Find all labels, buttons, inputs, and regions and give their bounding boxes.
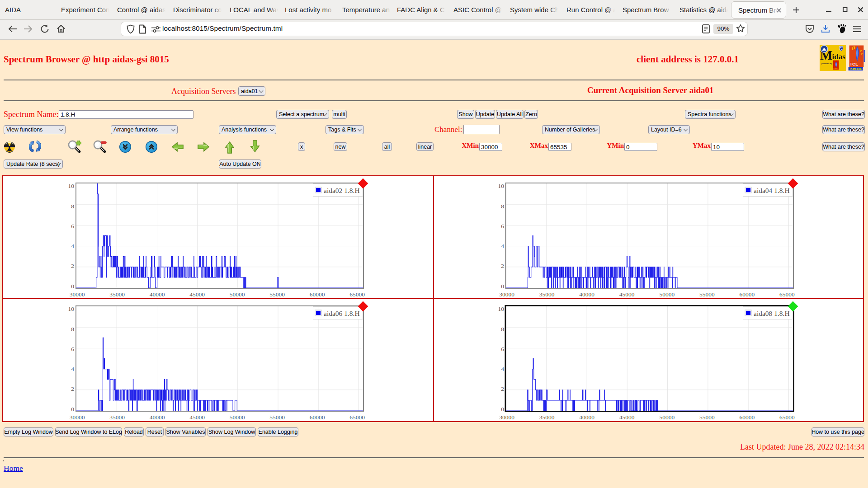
svg-text:60000: 60000 <box>740 291 755 298</box>
svg-text:0: 0 <box>71 283 74 290</box>
svg-text:2: 2 <box>71 385 74 392</box>
svg-text:40000: 40000 <box>579 291 594 298</box>
svg-text:40000: 40000 <box>579 414 594 421</box>
svg-text:6: 6 <box>71 223 74 230</box>
svg-text:65000: 65000 <box>349 291 365 298</box>
svg-text:6: 6 <box>71 346 74 352</box>
svg-text:LOGIC: LOGIC <box>834 68 839 70</box>
svg-text:4: 4 <box>501 243 504 249</box>
svg-text:0: 0 <box>71 406 74 413</box>
svg-text:35000: 35000 <box>109 414 125 421</box>
svg-text:50000: 50000 <box>659 414 675 421</box>
svg-text:60000: 60000 <box>310 291 325 298</box>
svg-text:45000: 45000 <box>619 414 635 421</box>
svg-text:60000: 60000 <box>310 414 325 421</box>
svg-text:TCL: TCL <box>850 61 859 66</box>
svg-text:45000: 45000 <box>619 291 635 298</box>
svg-text:aida02 1.8.H: aida02 1.8.H <box>324 187 360 194</box>
svg-text:0: 0 <box>501 406 504 413</box>
svg-text:aida04 1.8.H: aida04 1.8.H <box>754 187 790 194</box>
svg-text:10: 10 <box>498 305 505 312</box>
svg-text:30000: 30000 <box>70 414 85 421</box>
svg-text:65000: 65000 <box>779 414 795 421</box>
svg-text:2: 2 <box>501 263 504 269</box>
svg-text:50000: 50000 <box>659 291 675 298</box>
svg-text:powered by: powered by <box>821 62 832 65</box>
svg-text:0: 0 <box>501 283 504 290</box>
svg-text:6: 6 <box>501 346 504 352</box>
svg-text:4: 4 <box>501 366 504 372</box>
svg-text:50000: 50000 <box>230 291 245 298</box>
svg-text:35000: 35000 <box>109 291 125 298</box>
svg-text:30000: 30000 <box>499 291 514 298</box>
svg-text:10: 10 <box>498 183 505 189</box>
svg-text:10: 10 <box>68 305 75 312</box>
svg-text:55000: 55000 <box>269 414 285 421</box>
svg-text:30000: 30000 <box>70 291 85 298</box>
svg-text:55000: 55000 <box>269 291 285 298</box>
svg-text:40000: 40000 <box>150 291 165 298</box>
svg-text:35000: 35000 <box>539 291 555 298</box>
svg-text:65000: 65000 <box>349 414 365 421</box>
svg-text:4: 4 <box>71 366 74 372</box>
svg-text:55000: 55000 <box>699 414 715 421</box>
svg-text:45000: 45000 <box>189 291 205 298</box>
svg-text:8: 8 <box>71 203 74 210</box>
svg-text:55000: 55000 <box>699 291 715 298</box>
svg-text:2: 2 <box>501 385 504 392</box>
svg-text:65000: 65000 <box>779 291 795 298</box>
svg-text:8: 8 <box>501 203 504 210</box>
svg-text:aida08 1.8.H: aida08 1.8.H <box>754 310 790 317</box>
svg-text:6: 6 <box>501 223 504 230</box>
svg-text:4: 4 <box>71 243 74 249</box>
svg-text:35000: 35000 <box>539 414 555 421</box>
svg-text:POWERED: POWERED <box>850 67 863 70</box>
svg-text:idas: idas <box>832 52 846 61</box>
svg-text:40000: 40000 <box>150 414 165 421</box>
svg-text:8: 8 <box>71 326 74 333</box>
svg-text:2: 2 <box>71 263 74 269</box>
svg-text:30000: 30000 <box>499 414 514 421</box>
svg-text:aida06 1.8.H: aida06 1.8.H <box>324 310 360 317</box>
svg-text:60000: 60000 <box>740 414 755 421</box>
svg-text:45000: 45000 <box>189 414 205 421</box>
svg-text:50000: 50000 <box>230 414 245 421</box>
svg-text:8: 8 <box>501 326 504 333</box>
svg-text:10: 10 <box>68 183 75 189</box>
